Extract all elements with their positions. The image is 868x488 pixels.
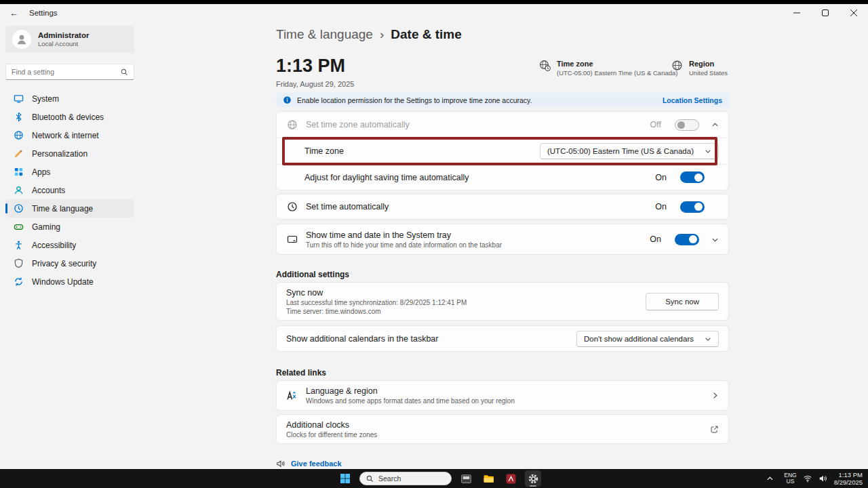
- window-controls: [783, 4, 868, 22]
- set-time-auto-label: Set time automatically: [306, 202, 647, 211]
- system-icon: [14, 94, 24, 104]
- sidebar-item-system[interactable]: System: [5, 89, 134, 108]
- profile-account-type: Local Account: [38, 40, 127, 47]
- tray-chevron-up[interactable]: [762, 470, 778, 487]
- feedback-icon: [276, 459, 285, 468]
- current-time: 1:13 PM: [276, 56, 345, 77]
- language-line2: US: [787, 478, 795, 485]
- set-timezone-auto-toggle[interactable]: [675, 119, 699, 131]
- sync-card: Sync now Last successful time synchroniz…: [276, 282, 729, 321]
- chevron-down-icon: [705, 148, 711, 155]
- taskbar-clock[interactable]: 1:13 PM 8/29/2025: [834, 471, 863, 486]
- sync-last: Last successful time synchronization: 8/…: [286, 299, 637, 306]
- settings-taskbar-button[interactable]: [525, 470, 541, 487]
- sidebar-item-label: Gaming: [32, 222, 60, 232]
- sidebar-item-label: System: [32, 94, 59, 104]
- calendars-dropdown-value: Don't show additional calendars: [584, 335, 694, 343]
- sidebar: Administrator Local Account System: [0, 22, 139, 469]
- volume-tray-button[interactable]: [818, 474, 828, 483]
- sidebar-item-accounts[interactable]: Accounts: [5, 181, 134, 199]
- sidebar-item-bluetooth-devices[interactable]: Bluetooth & devices: [5, 108, 134, 126]
- set-time-auto-state: On: [655, 202, 667, 211]
- system-tray: ENG US 1:13 PM 8/29/2025: [762, 469, 863, 488]
- back-button[interactable]: ←: [9, 8, 18, 18]
- update-arrows-icon: [14, 277, 24, 287]
- language-indicator[interactable]: ENG US: [784, 472, 796, 485]
- breadcrumb-separator-icon: ›: [380, 27, 384, 42]
- start-button[interactable]: [337, 470, 353, 487]
- set-time-auto-toggle[interactable]: [680, 201, 705, 213]
- give-feedback-link[interactable]: Give feedback: [291, 460, 342, 468]
- sync-row: Sync now Last successful time synchroniz…: [277, 283, 728, 320]
- feedback-area: Give feedback: [276, 459, 342, 468]
- timezone-auto-icon: [286, 119, 298, 130]
- taskbar-clock-icon: [286, 234, 298, 245]
- tray-toggle[interactable]: [675, 234, 699, 245]
- sidebar-item-label: Privacy & security: [32, 259, 96, 268]
- bluetooth-icon: [14, 112, 24, 122]
- windows-logo-icon: [340, 473, 351, 484]
- tray-label: Show time and date in the System tray: [306, 230, 642, 240]
- wifi-icon: [803, 474, 812, 483]
- timezone-globe-icon: [539, 60, 551, 71]
- set-time-auto-row: Set time automatically On: [277, 195, 728, 219]
- language-region-icon: [286, 390, 298, 401]
- region-widget: Region United States: [671, 60, 728, 77]
- language-region-row: Language & region Windows and some apps …: [277, 381, 728, 410]
- sidebar-item-privacy-security[interactable]: Privacy & security: [5, 254, 134, 272]
- sidebar-item-label: Accounts: [32, 186, 65, 195]
- sidebar-item-gaming[interactable]: Gaming: [5, 218, 134, 236]
- taskbar-search[interactable]: Search: [359, 472, 452, 485]
- chevron-up-icon[interactable]: [711, 121, 719, 129]
- sidebar-nav: System Bluetooth & devices Network & int…: [5, 89, 134, 291]
- main-content: Time & language › Date & time 1:13 PM Fr…: [276, 22, 729, 469]
- chevron-down-icon[interactable]: [711, 236, 719, 243]
- additional-clocks-card[interactable]: Additional clocks Clocks for different t…: [276, 414, 729, 444]
- avatar: [12, 30, 31, 49]
- globe-icon: [14, 130, 24, 140]
- sidebar-item-label: Apps: [32, 167, 50, 177]
- network-tray-button[interactable]: [803, 474, 812, 483]
- location-settings-link[interactable]: Location Settings: [663, 96, 722, 104]
- minimize-button[interactable]: [783, 4, 811, 22]
- sidebar-item-personalization[interactable]: Personalization: [5, 144, 134, 163]
- settings-search-input[interactable]: [12, 68, 121, 76]
- titlebar: ← Settings: [0, 4, 868, 22]
- region-widget-label: Region: [689, 60, 728, 68]
- search-icon: [121, 68, 128, 76]
- sync-now-button[interactable]: Sync now: [646, 293, 719, 310]
- red-app-icon: [505, 473, 517, 485]
- sidebar-item-accessibility[interactable]: Accessibility: [5, 236, 134, 254]
- set-timezone-auto-state: Off: [650, 120, 661, 129]
- sidebar-item-windows-update[interactable]: Windows Update: [5, 272, 134, 291]
- speaker-icon: [818, 474, 828, 483]
- dst-toggle[interactable]: [680, 171, 705, 183]
- restore-button[interactable]: [811, 4, 840, 22]
- accessibility-person-icon: [14, 240, 24, 250]
- calendars-label: Show additional calendars in the taskbar: [286, 334, 568, 344]
- taskbar-app-1[interactable]: [458, 470, 474, 487]
- folder-icon: [483, 473, 494, 485]
- gear-icon: [528, 473, 539, 485]
- breadcrumb: Time & language › Date & time: [276, 27, 462, 42]
- clock-language-icon: [14, 203, 24, 214]
- location-permission-banner: Enable location permission for the Setti…: [276, 93, 729, 107]
- timezone-dropdown[interactable]: (UTC-05:00) Eastern Time (US & Canada): [540, 143, 719, 159]
- current-date: Friday, August 29, 2025: [276, 80, 354, 88]
- close-button[interactable]: [840, 4, 868, 22]
- apps-grid-icon: [14, 167, 24, 177]
- sidebar-item-time-language[interactable]: Time & language: [5, 199, 134, 218]
- tray-state: On: [650, 235, 661, 244]
- language-region-card[interactable]: Language & region Windows and some apps …: [276, 380, 729, 411]
- timezone-widget-value: (UTC-05:00) Eastern Time (US & Canada): [557, 69, 677, 77]
- breadcrumb-parent[interactable]: Time & language: [276, 27, 373, 42]
- sidebar-item-network-internet[interactable]: Network & internet: [5, 126, 134, 144]
- set-time-auto-card: Set time automatically On: [276, 194, 729, 220]
- user-profile[interactable]: Administrator Local Account: [5, 26, 134, 53]
- sidebar-item-label: Accessibility: [32, 241, 76, 250]
- taskbar-app-2[interactable]: [502, 470, 519, 487]
- file-explorer-button[interactable]: [480, 470, 496, 487]
- calendars-dropdown[interactable]: Don't show additional calendars: [576, 331, 719, 347]
- taskbar: Search: [0, 469, 868, 488]
- sidebar-item-apps[interactable]: Apps: [5, 163, 134, 181]
